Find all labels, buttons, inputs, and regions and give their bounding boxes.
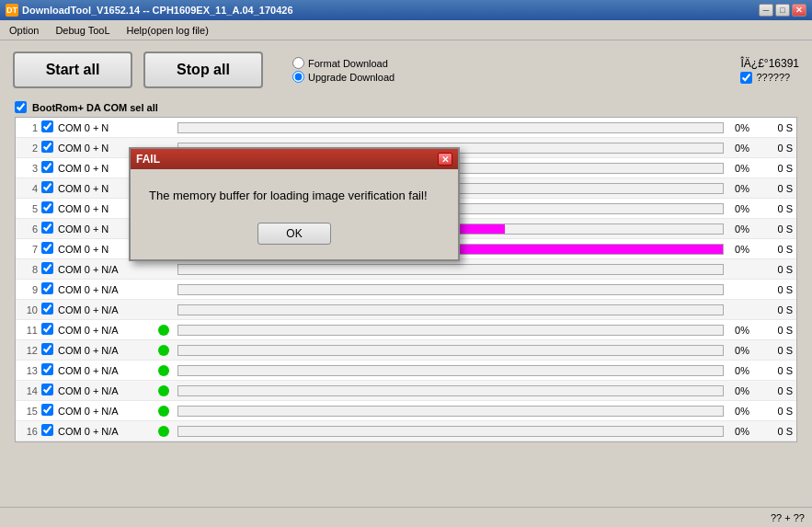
dialog-body: The memory buffer for loading image veri… <box>131 169 458 213</box>
dialog-overlay: FAIL ✕ The memory buffer for loading ima… <box>0 0 812 527</box>
dialog-message: The memory buffer for loading image veri… <box>149 189 428 202</box>
dialog-close-button[interactable]: ✕ <box>438 153 452 166</box>
ok-button[interactable]: OK <box>257 223 331 245</box>
dialog-title: FAIL <box>136 153 160 166</box>
dialog-title-bar: FAIL ✕ <box>131 149 458 169</box>
fail-dialog: FAIL ✕ The memory buffer for loading ima… <box>129 147 460 261</box>
dialog-footer: OK <box>131 213 458 259</box>
